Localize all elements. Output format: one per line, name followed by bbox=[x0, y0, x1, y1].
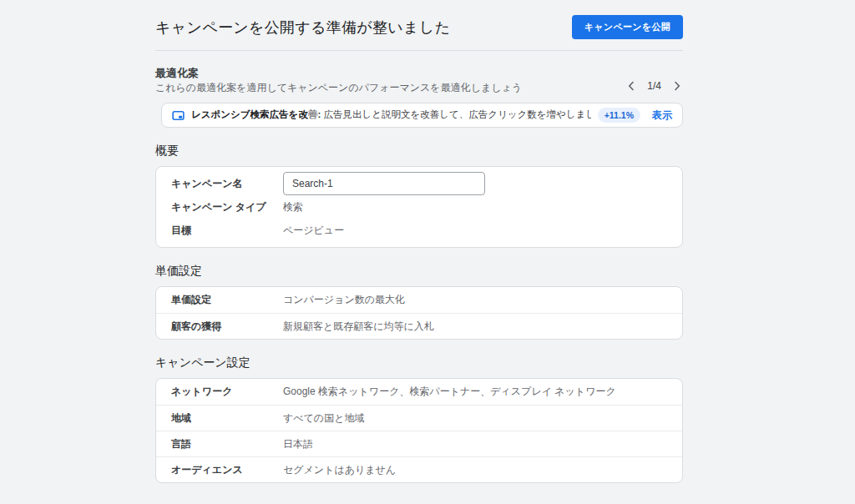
bidding-card: 単価設定 コンバージョン数の最大化 顧客の獲得 新規顧客と既存顧客に均等に入札 bbox=[155, 286, 683, 340]
audiences-row: オーディエンス セグメントはありません bbox=[156, 456, 682, 482]
pager-previous-button[interactable] bbox=[625, 79, 637, 93]
campaign-type-row: キャンペーン タイプ 検索 bbox=[156, 195, 682, 219]
languages-value: 日本語 bbox=[283, 437, 313, 451]
recommendation-description: 広告見出しと説明文を改善して、広告クリック数を増やしましょう bbox=[323, 109, 590, 119]
pager-count: 1/4 bbox=[647, 80, 661, 92]
bidding-strategy-row: 単価設定 コンバージョン数の最大化 bbox=[156, 287, 682, 313]
bidding-strategy-value: コンバージョン数の最大化 bbox=[283, 293, 405, 307]
recommendations-pager: 1/4 bbox=[625, 79, 683, 93]
recommendations-heading: 最適化案 bbox=[155, 66, 522, 80]
networks-label: ネットワーク bbox=[171, 385, 283, 399]
customer-acquisition-label: 顧客の獲得 bbox=[171, 320, 283, 334]
publish-campaign-button[interactable]: キャンペーンを公開 bbox=[572, 15, 683, 39]
campaign-name-row: キャンペーン名 bbox=[156, 172, 682, 195]
show-recommendation-link[interactable]: 表示 bbox=[652, 108, 672, 123]
campaign-name-input[interactable] bbox=[283, 172, 485, 195]
recommendations-subtitle: これらの最適化案を適用してキャンペーンのパフォーマンスを最適化しましょう bbox=[155, 81, 522, 94]
main-content: キャンペーンを公開する準備が整いました キャンペーンを公開 最適化案 これらの最… bbox=[155, 0, 683, 483]
goal-label: 目標 bbox=[171, 224, 283, 238]
overview-card: キャンペーン名 キャンペーン タイプ 検索 目標 ページビュー bbox=[155, 166, 683, 248]
languages-label: 言語 bbox=[171, 437, 283, 451]
pager-next-button[interactable] bbox=[671, 79, 683, 93]
audiences-value: セグメントはありません bbox=[283, 463, 396, 477]
customer-acquisition-value: 新規顧客と既存顧客に均等に入札 bbox=[283, 320, 434, 334]
locations-value: すべての国と地域 bbox=[283, 411, 364, 426]
campaign-name-label: キャンペーン名 bbox=[171, 177, 283, 191]
campaign-type-value: 検索 bbox=[283, 200, 303, 214]
campaign-settings-card: ネットワーク Google 検索ネットワーク、検索パートナー、ディスプレイ ネッ… bbox=[155, 378, 683, 483]
overview-heading: 概要 bbox=[155, 143, 683, 158]
recommendations-header: 最適化案 これらの最適化案を適用してキャンペーンのパフォーマンスを最適化しましょ… bbox=[155, 66, 683, 94]
bidding-strategy-label: 単価設定 bbox=[171, 293, 283, 307]
uplift-badge: +11.1% bbox=[598, 108, 640, 123]
recommendations-header-text: 最適化案 これらの最適化案を適用してキャンペーンのパフォーマンスを最適化しましょ… bbox=[155, 66, 522, 94]
chevron-left-icon bbox=[627, 81, 635, 91]
networks-row: ネットワーク Google 検索ネットワーク、検索パートナー、ディスプレイ ネッ… bbox=[156, 379, 682, 405]
recommendation-title: レスポンシブ検索広告を改善: bbox=[191, 109, 321, 119]
goal-value: ページビュー bbox=[283, 224, 344, 238]
recommendation-text: レスポンシブ検索広告を改善: 広告見出しと説明文を改善して、広告クリック数を増や… bbox=[191, 108, 591, 123]
locations-label: 地域 bbox=[171, 411, 283, 426]
page-header: キャンペーンを公開する準備が整いました キャンペーンを公開 bbox=[155, 0, 683, 51]
audiences-label: オーディエンス bbox=[171, 463, 283, 477]
goal-row: 目標 ページビュー bbox=[156, 219, 682, 242]
chevron-right-icon bbox=[673, 81, 681, 91]
campaign-type-label: キャンペーン タイプ bbox=[171, 200, 283, 214]
languages-row: 言語 日本語 bbox=[156, 431, 682, 456]
locations-row: 地域 すべての国と地域 bbox=[156, 405, 682, 431]
customer-acquisition-row: 顧客の獲得 新規顧客と既存顧客に均等に入札 bbox=[156, 313, 682, 339]
bidding-heading: 単価設定 bbox=[155, 263, 683, 278]
recommendation-card[interactable]: レスポンシブ検索広告を改善: 広告見出しと説明文を改善して、広告クリック数を増や… bbox=[161, 103, 683, 128]
networks-value: Google 検索ネットワーク、検索パートナー、ディスプレイ ネットワーク bbox=[283, 385, 616, 399]
page-title: キャンペーンを公開する準備が整いました bbox=[155, 17, 450, 38]
campaign-settings-heading: キャンペーン設定 bbox=[155, 355, 683, 370]
responsive-search-ad-icon bbox=[172, 109, 185, 122]
